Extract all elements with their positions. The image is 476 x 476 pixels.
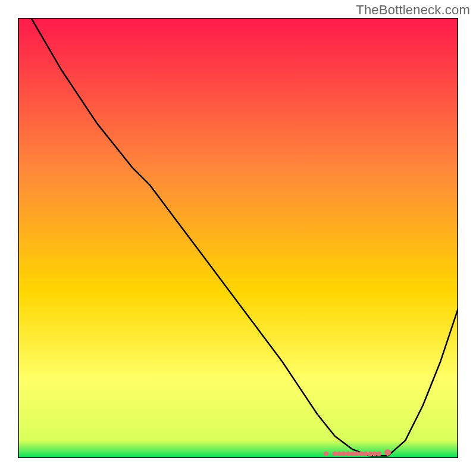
- marker-dot: [350, 451, 355, 456]
- chart-svg: [18, 18, 458, 458]
- plot-area: [18, 18, 458, 458]
- chart-container: TheBottleneck.com: [0, 0, 476, 476]
- marker-dot: [346, 451, 350, 456]
- watermark-text: TheBottleneck.com: [356, 2, 470, 18]
- marker-dot: [363, 451, 368, 456]
- marker-dot: [337, 451, 342, 456]
- marker-dot: [324, 451, 328, 456]
- marker-dot: [359, 451, 364, 456]
- marker-dot: [377, 451, 381, 456]
- marker-dot: [341, 451, 346, 456]
- marker-dot: [355, 451, 359, 456]
- marker-dot: [368, 451, 372, 456]
- marker-dot: [372, 451, 377, 456]
- marker-dot: [333, 451, 337, 456]
- marker-dot: [384, 449, 391, 456]
- gradient-background: [18, 18, 458, 458]
